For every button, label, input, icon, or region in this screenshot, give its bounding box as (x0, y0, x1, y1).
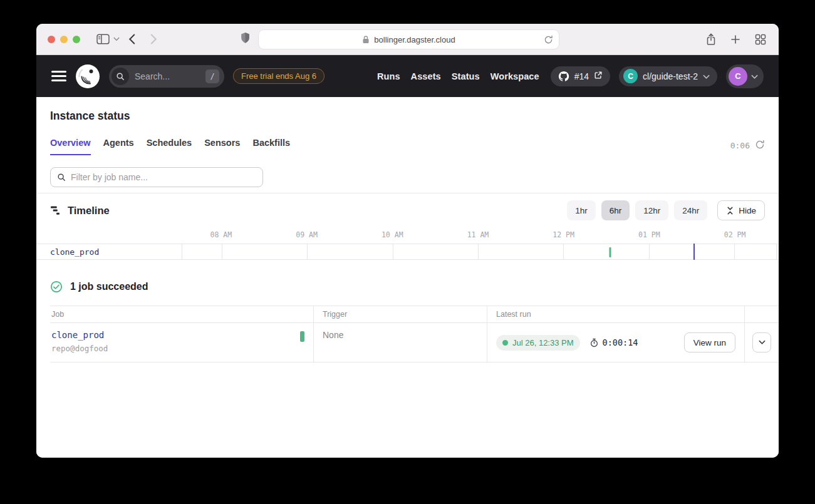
browser-toolbar: bollinger.dagster.cloud (36, 24, 779, 55)
axis-hour-label-08-am: 08 AM (210, 230, 232, 239)
workspace-switcher[interactable]: C cl/guide-test-2 (619, 66, 717, 86)
job-link[interactable]: clone_prod (51, 330, 304, 340)
range-buttons: 1hr6hr12hr24hr (567, 200, 707, 220)
tab-backfills[interactable]: Backfills (252, 138, 290, 155)
page-title: Instance status (36, 97, 779, 123)
top-nav: RunsAssetsStatusWorkspace (377, 71, 539, 81)
github-icon (558, 71, 569, 82)
job-status-tag[interactable] (300, 331, 304, 342)
hide-label: Hide (739, 206, 756, 215)
timeline-title: Timeline (68, 205, 110, 217)
tab-overview[interactable]: Overview (50, 138, 91, 155)
timeline-track (182, 244, 777, 259)
sidebar-toggle-icon[interactable] (96, 34, 110, 44)
chevron-down-icon (759, 340, 766, 345)
refresh-countdown: 0:06 (730, 141, 750, 150)
waterfall-icon (50, 205, 61, 216)
workspace-avatar: C (623, 69, 638, 83)
col-header-job: Job (50, 306, 313, 322)
tabs-row: OverviewAgentsSchedulesSensorsBackfills … (50, 138, 765, 155)
range-button-6hr[interactable]: 6hr (601, 200, 630, 220)
axis-hour-label-02-pm: 02 PM (724, 230, 746, 239)
range-button-1hr[interactable]: 1hr (567, 200, 596, 220)
app-header: Search... / Free trial ends Aug 6 RunsAs… (36, 55, 779, 97)
job-filter-input[interactable] (71, 172, 256, 182)
job-filter-field[interactable] (50, 167, 263, 187)
url-text: bollinger.dagster.cloud (374, 35, 455, 44)
timeline-header: Timeline 1hr6hr12hr24hr Hide (50, 200, 765, 221)
address-bar[interactable]: bollinger.dagster.cloud (258, 29, 559, 49)
row-menu-button[interactable] (752, 332, 771, 352)
page-content: Instance status OverviewAgentsSchedulesS… (36, 97, 779, 458)
duration-value: 0:00:14 (603, 337, 638, 347)
zoom-button[interactable] (73, 36, 80, 43)
refresh-icon[interactable] (755, 140, 765, 152)
browser-window: bollinger.dagster.cloud (36, 24, 779, 458)
github-version-pill[interactable]: #14 (551, 66, 610, 86)
stopwatch-icon (589, 338, 599, 347)
external-link-icon (594, 71, 603, 81)
axis-hour-label-09-am: 09 AM (296, 230, 318, 239)
trial-badge[interactable]: Free trial ends Aug 6 (233, 68, 324, 84)
current-time-line (693, 244, 695, 260)
chevron-down-icon (703, 71, 710, 81)
tab-overview-icon[interactable] (755, 34, 766, 45)
reload-icon[interactable] (544, 35, 553, 44)
timeline-job-label[interactable]: clone_prod (50, 247, 99, 257)
tab-agents[interactable]: Agents (103, 138, 134, 155)
menu-icon[interactable] (51, 68, 66, 84)
success-dot-icon (502, 340, 508, 346)
search-shortcut-key: / (205, 69, 219, 83)
table-header: Job Trigger Latest run (50, 306, 779, 323)
trigger-cell: None (313, 323, 487, 362)
hour-gridline (563, 244, 564, 259)
hour-gridline (734, 244, 735, 259)
run-success-tick[interactable] (610, 247, 611, 257)
nav-item-assets[interactable]: Assets (411, 71, 441, 81)
window-controls (48, 36, 80, 43)
latest-run-cell: Jul 26, 12:33 PM 0:00:14 View run (487, 323, 744, 362)
hour-gridline (649, 244, 650, 259)
jobs-summary: 1 job succeeded (50, 280, 765, 293)
view-run-button[interactable]: View run (684, 332, 735, 352)
nav-item-runs[interactable]: Runs (377, 71, 400, 81)
axis-hour-label-12-pm: 12 PM (553, 230, 574, 239)
minimize-button[interactable] (60, 36, 68, 43)
share-icon[interactable] (706, 33, 716, 46)
privacy-shield-icon[interactable] (240, 32, 251, 44)
range-button-24hr[interactable]: 24hr (674, 200, 707, 220)
nav-item-workspace[interactable]: Workspace (491, 71, 539, 81)
run-time-label: Jul 26, 12:33 PM (512, 338, 574, 347)
page-tabs: OverviewAgentsSchedulesSensorsBackfills (50, 138, 290, 155)
global-search[interactable]: Search... / (109, 65, 224, 88)
run-duration: 0:00:14 (589, 337, 638, 347)
forward-button[interactable] (150, 34, 157, 44)
filter-section (36, 155, 779, 193)
sidebar-chevron-icon[interactable] (113, 37, 120, 41)
chevron-down-icon (751, 71, 758, 82)
tab-sensors[interactable]: Sensors (204, 138, 240, 155)
col-header-latest-run: Latest run (487, 306, 744, 322)
collapse-icon (726, 207, 734, 215)
search-placeholder: Search... (135, 71, 200, 81)
range-button-12hr[interactable]: 12hr (635, 200, 668, 220)
user-menu[interactable]: C (726, 64, 764, 88)
lock-icon (362, 35, 370, 44)
close-button[interactable] (48, 36, 55, 43)
search-icon (112, 68, 129, 85)
nav-item-status[interactable]: Status (452, 71, 480, 81)
hide-timeline-button[interactable]: Hide (717, 200, 765, 220)
back-button[interactable] (128, 34, 135, 44)
run-time-badge[interactable]: Jul 26, 12:33 PM (496, 335, 580, 351)
axis-hour-label-01-pm: 01 PM (638, 230, 660, 239)
col-header-actions (744, 306, 779, 322)
user-avatar: C (729, 67, 747, 86)
tab-schedules[interactable]: Schedules (147, 138, 192, 155)
new-tab-icon[interactable] (730, 34, 740, 44)
job-cell: clone_prod repo@dogfood (50, 323, 313, 362)
dagster-logo[interactable] (75, 64, 100, 89)
timeline-row[interactable]: clone_prod (36, 244, 779, 260)
timeline-axis: 08 AM09 AM10 AM11 AM12 PM01 PM02 PM (36, 225, 779, 244)
summary-heading: 1 job succeeded (70, 281, 148, 292)
workspace-label: cl/guide-test-2 (643, 71, 698, 81)
